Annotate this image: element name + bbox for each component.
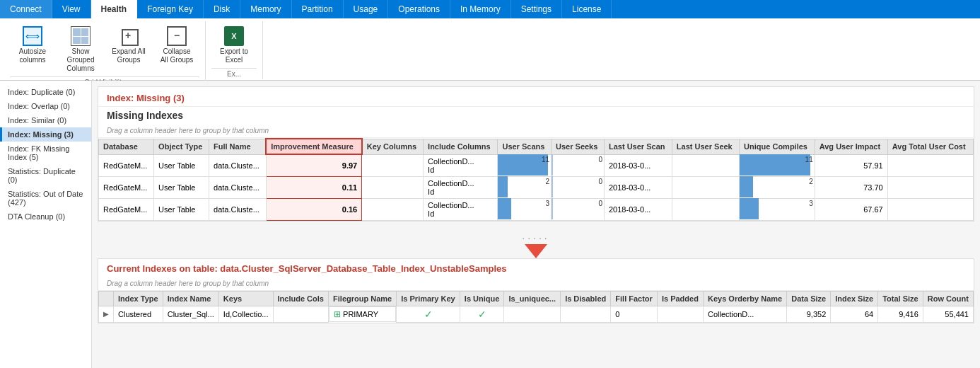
export-excel-label: Export to Excel xyxy=(216,47,252,64)
col-full-name[interactable]: Full Name xyxy=(209,139,267,154)
col-keys[interactable]: Keys xyxy=(218,291,273,306)
missing-indexes-heading: Missing Indexes xyxy=(98,107,974,124)
missing-table-header-row: Database Object Type Full Name Improveme… xyxy=(99,139,974,154)
nav-disk[interactable]: Disk xyxy=(204,0,240,18)
sidebar-item-missing[interactable]: Index: Missing (3) xyxy=(0,127,91,142)
nav-memory[interactable]: Memory xyxy=(240,0,291,18)
ribbon-export-group: X Export to Excel Ex... xyxy=(206,21,263,79)
cell-avg-user-impact: 57.91 xyxy=(815,154,887,176)
cell-last-user-seek xyxy=(672,198,739,220)
nav-partition[interactable]: Partition xyxy=(292,0,344,18)
col-user-seeks[interactable]: User Seeks xyxy=(552,139,605,154)
nav-health[interactable]: Health xyxy=(91,0,138,18)
col-include-cols[interactable]: Include Cols xyxy=(273,291,329,306)
cell-user-scans: 11 xyxy=(498,154,552,176)
col-last-user-seek[interactable]: Last User Seek xyxy=(672,139,739,154)
cell-include-cols xyxy=(273,306,329,322)
nav-license[interactable]: License xyxy=(562,0,612,18)
col-last-user-scan[interactable]: Last User Scan xyxy=(605,139,672,154)
autosize-button[interactable]: Autosize columns xyxy=(10,23,55,67)
cell-include-columns: CollectionD...Id xyxy=(424,154,498,176)
table-row[interactable]: RedGateM... User Table data.Cluste... 9.… xyxy=(99,154,974,176)
sidebar-item-similar[interactable]: Index: Similar (0) xyxy=(0,113,91,127)
sidebar-item-duplicate[interactable]: Index: Duplicate (0) xyxy=(0,85,91,99)
table-row[interactable]: ▶ Clustered Cluster_Sql... Id,Collectio.… xyxy=(99,306,974,322)
cell-keys: Id,Collectio... xyxy=(218,306,273,322)
cell-avg-user-impact: 73.70 xyxy=(815,176,887,198)
col-fill-factor[interactable]: Fill Factor xyxy=(611,291,658,306)
sidebar-item-overlap[interactable]: Index: Overlap (0) xyxy=(0,99,91,113)
col-index-name[interactable]: Index Name xyxy=(163,291,218,306)
col-is-uniquec[interactable]: Is_uniquec... xyxy=(504,291,561,306)
autosize-icon xyxy=(21,25,44,47)
col-include-columns[interactable]: Include Columns xyxy=(424,139,498,154)
cell-expander[interactable]: ▶ xyxy=(99,306,114,322)
col-avg-total-user-cost[interactable]: Avg Total User Cost xyxy=(887,139,973,154)
nav-settings[interactable]: Settings xyxy=(511,0,562,18)
cell-is-unique: ✓ xyxy=(460,306,504,322)
missing-indexes-table: Database Object Type Full Name Improveme… xyxy=(98,138,974,221)
cell-database: RedGateM... xyxy=(99,154,154,176)
cell-user-seeks: 0 xyxy=(552,176,605,198)
export-excel-button[interactable]: X Export to Excel xyxy=(211,23,257,67)
col-is-disabled[interactable]: Is Disabled xyxy=(561,291,611,306)
cell-database: RedGateM... xyxy=(99,176,154,198)
cell-improvement: 0.11 xyxy=(266,176,362,198)
cell-object-type: User Table xyxy=(154,198,209,220)
col-object-type[interactable]: Object Type xyxy=(154,139,209,154)
table-row[interactable]: RedGateM... User Table data.Cluste... 0.… xyxy=(99,198,974,220)
sidebar-item-stats-outofdate[interactable]: Statistics: Out of Date (427) xyxy=(0,187,91,209)
col-avg-user-impact[interactable]: Avg User Impact xyxy=(815,139,887,154)
sidebar-item-fk-missing[interactable]: Index: FK Missing Index (5) xyxy=(0,142,91,164)
cell-full-name: data.Cluste... xyxy=(209,154,267,176)
missing-table-container: Database Object Type Full Name Improveme… xyxy=(98,138,974,221)
col-unique-compiles[interactable]: Unique Compiles xyxy=(740,139,815,154)
expand-all-button[interactable]: Expand All Groups xyxy=(106,23,151,67)
sidebar-item-stats-duplicate[interactable]: Statistics: Duplicate (0) xyxy=(0,164,91,187)
col-key-columns[interactable]: Key Columns xyxy=(362,139,424,154)
col-total-size[interactable]: Total Size xyxy=(878,291,923,306)
cell-total-size: 9,416 xyxy=(878,306,923,322)
cell-unique-compiles: 3 xyxy=(740,198,815,220)
expand-all-label: Expand All Groups xyxy=(110,47,147,64)
current-indexes-table: Index Type Index Name Keys Include Cols … xyxy=(98,291,974,323)
cell-user-seeks: 0 xyxy=(552,154,605,176)
show-grouped-button[interactable]: Show Grouped Columns xyxy=(58,23,103,75)
col-data-size[interactable]: Data Size xyxy=(787,291,831,306)
cell-object-type: User Table xyxy=(154,176,209,198)
cell-improvement: 9.97 xyxy=(266,154,362,176)
nav-operations[interactable]: Operations xyxy=(388,0,450,18)
nav-view[interactable]: View xyxy=(52,0,91,18)
cell-filegroup: ⊞ PRIMARY xyxy=(329,306,396,322)
col-row-count[interactable]: Row Count xyxy=(923,291,973,306)
nav-foreign-key[interactable]: Foreign Key xyxy=(137,0,204,18)
col-user-scans[interactable]: User Scans xyxy=(498,139,552,154)
content-area: Index: Missing (3) Missing Indexes Drag … xyxy=(92,81,980,368)
table-row[interactable]: RedGateM... User Table data.Cluste... 0.… xyxy=(99,176,974,198)
nav-in-memory[interactable]: In Memory xyxy=(450,0,511,18)
export-excel-icon: X xyxy=(223,25,245,47)
cell-user-seeks: 0 xyxy=(552,198,605,220)
col-is-unique[interactable]: Is Unique xyxy=(460,291,504,306)
col-index-size[interactable]: Index Size xyxy=(831,291,878,306)
sidebar-item-dta[interactable]: DTA Cleanup (0) xyxy=(0,209,91,224)
cell-unique-compiles: 2 xyxy=(740,176,815,198)
current-table-body: ▶ Clustered Cluster_Sql... Id,Collectio.… xyxy=(99,306,974,322)
nav-connect[interactable]: Connect xyxy=(0,0,52,18)
col-improvement-measure[interactable]: Improvement Measure xyxy=(266,139,362,154)
col-index-type[interactable]: Index Type xyxy=(114,291,163,306)
col-keys-orderby[interactable]: Keys Orderby Name xyxy=(703,291,786,306)
collapse-all-button[interactable]: Collapse All Groups xyxy=(154,23,199,67)
cell-last-user-seek xyxy=(672,176,739,198)
col-is-padded[interactable]: Is Padded xyxy=(657,291,703,306)
cell-last-user-scan: 2018-03-0... xyxy=(605,176,672,198)
col-is-primary-key[interactable]: Is Primary Key xyxy=(397,291,460,306)
nav-usage[interactable]: Usage xyxy=(344,0,389,18)
cell-last-user-scan: 2018-03-0... xyxy=(605,154,672,176)
col-filegroup-name[interactable]: Filegroup Name xyxy=(329,291,397,306)
cell-full-name: data.Cluste... xyxy=(209,198,267,220)
cell-last-user-seek xyxy=(672,154,739,176)
col-database[interactable]: Database xyxy=(99,139,154,154)
cell-avg-total-user-cost xyxy=(887,176,973,198)
cell-object-type: User Table xyxy=(154,154,209,176)
